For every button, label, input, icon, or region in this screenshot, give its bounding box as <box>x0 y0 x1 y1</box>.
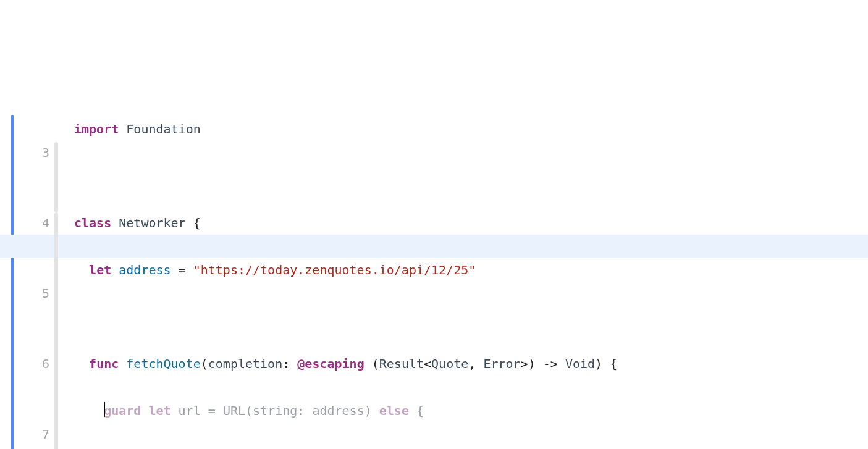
code-editor[interactable]: 3 4 5 6 7 8 9 10 11 12 13 import Foundat… <box>0 94 868 449</box>
line-number: 7 <box>0 422 49 446</box>
line-number: 4 <box>0 211 49 235</box>
code-line[interactable] <box>74 305 868 329</box>
code-area[interactable]: import Foundation class Networker { let … <box>61 94 868 449</box>
code-line[interactable]: let address = "https://today.zenquotes.i… <box>74 258 868 282</box>
code-line[interactable] <box>74 164 868 188</box>
code-line[interactable]: completion(.failure(NetworkError.invalid… <box>74 446 868 449</box>
fold-bar[interactable] <box>54 212 58 449</box>
line-number: 6 <box>0 352 49 376</box>
code-line[interactable]: class Networker { <box>74 211 868 235</box>
code-line[interactable]: import Foundation <box>74 117 868 141</box>
line-number-gutter: 3 4 5 6 7 8 9 10 11 12 13 <box>0 94 54 449</box>
line-number: 3 <box>0 141 49 164</box>
fold-ribbon[interactable] <box>54 94 61 449</box>
code-line[interactable]: guard let url = URL(string: address) els… <box>74 399 868 422</box>
fold-bar[interactable] <box>54 142 58 212</box>
code-line[interactable]: func fetchQuote(completion: @escaping (R… <box>74 352 868 376</box>
text-cursor <box>104 402 105 417</box>
line-number: 5 <box>0 282 49 305</box>
